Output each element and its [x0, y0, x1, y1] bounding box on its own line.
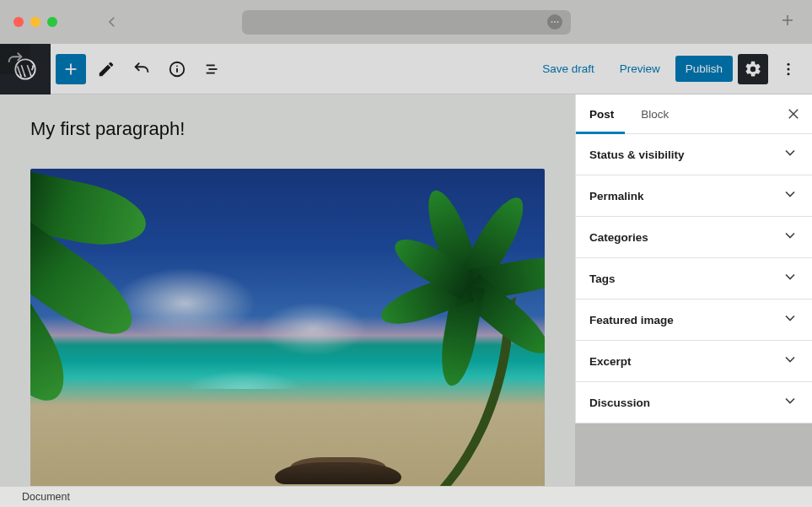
svg-point-16 — [788, 73, 790, 75]
panel-tags[interactable]: Tags — [576, 258, 812, 299]
panel-discussion[interactable]: Discussion — [576, 382, 812, 423]
chevron-down-icon — [782, 351, 799, 371]
editor-toolbar: Save draft Preview Publish — [51, 44, 812, 94]
svg-point-14 — [788, 62, 790, 65]
panel-label: Status & visibility — [589, 148, 685, 161]
chevron-down-icon — [782, 144, 799, 165]
wordpress-logo[interactable] — [0, 44, 51, 94]
svg-point-15 — [788, 67, 790, 70]
panel-label: Discussion — [589, 396, 650, 409]
panel-label: Featured image — [589, 314, 674, 326]
window-chrome — [0, 0, 812, 44]
panel-status-visibility[interactable]: Status & visibility — [576, 134, 812, 175]
outline-button[interactable] — [197, 54, 228, 84]
image-block[interactable] — [30, 169, 545, 486]
maximize-window-button[interactable] — [47, 17, 57, 27]
info-button[interactable] — [162, 54, 192, 84]
svg-point-0 — [551, 21, 552, 23]
close-window-button[interactable] — [13, 17, 24, 27]
window-controls — [13, 17, 57, 27]
svg-point-10 — [176, 65, 178, 67]
svg-point-2 — [557, 21, 558, 23]
more-options-button[interactable] — [773, 54, 804, 84]
chevron-down-icon — [782, 186, 799, 206]
back-button[interactable] — [105, 14, 120, 30]
breadcrumb[interactable]: Document — [22, 491, 70, 503]
settings-sidebar: Post Block Status & visibility Permalink… — [575, 94, 812, 423]
chevron-down-icon — [782, 310, 799, 330]
chevron-down-icon — [782, 268, 799, 289]
svg-point-1 — [554, 21, 556, 23]
paragraph-block[interactable]: My first paragraph! — [30, 118, 545, 140]
publish-button[interactable]: Publish — [675, 56, 733, 82]
undo-button[interactable] — [126, 54, 157, 84]
address-bar[interactable] — [242, 10, 571, 35]
panel-label: Categories — [589, 231, 648, 244]
add-block-button[interactable] — [56, 54, 86, 84]
panel-label: Tags — [589, 272, 616, 285]
active-tab-indicator — [576, 132, 625, 134]
new-tab-button[interactable] — [780, 13, 795, 31]
save-draft-button[interactable]: Save draft — [532, 56, 605, 82]
tab-block[interactable]: Block — [627, 94, 682, 134]
editor-footer: Document — [0, 486, 812, 507]
tab-post[interactable]: Post — [576, 94, 627, 134]
panel-label: Excerpt — [589, 355, 632, 368]
preview-button[interactable]: Preview — [610, 56, 670, 82]
chevron-down-icon — [782, 392, 799, 413]
edit-tool-button[interactable] — [91, 54, 121, 84]
panel-categories[interactable]: Categories — [576, 217, 812, 258]
panel-featured-image[interactable]: Featured image — [576, 299, 812, 341]
editor-canvas[interactable]: My first paragraph! — [0, 94, 575, 486]
panel-excerpt[interactable]: Excerpt — [576, 341, 812, 382]
sidebar-overflow-bg — [575, 423, 812, 486]
close-sidebar-button[interactable] — [775, 94, 812, 134]
minimize-window-button[interactable] — [30, 17, 40, 27]
panel-permalink[interactable]: Permalink — [576, 175, 812, 217]
panel-label: Permalink — [589, 190, 644, 202]
chevron-down-icon — [782, 227, 799, 247]
settings-button[interactable] — [738, 54, 768, 84]
site-menu-icon[interactable] — [547, 14, 562, 30]
sidebar-tabs: Post Block — [576, 94, 812, 134]
